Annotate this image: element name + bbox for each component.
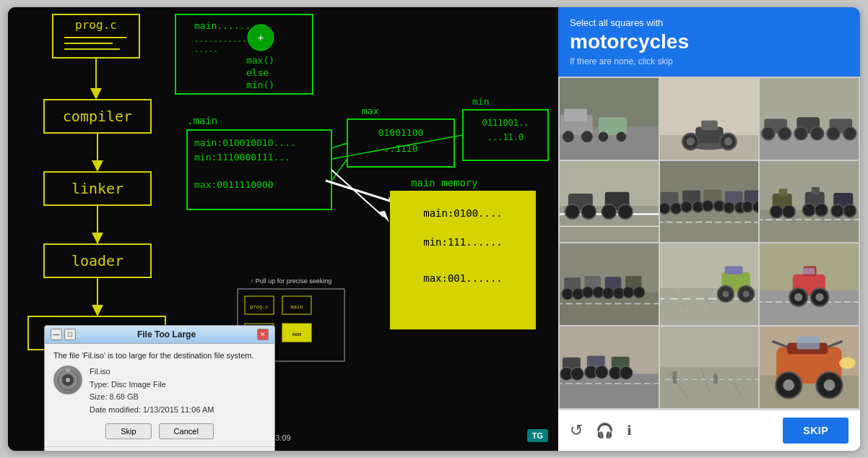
captcha-grid: [558, 77, 860, 410]
file-details: Fil.iso Type: Disc Image File Size: 8.68…: [90, 366, 214, 416]
captcha-header: Select all squares with motorcycles If t…: [558, 7, 860, 77]
skip-button[interactable]: SKIP: [783, 418, 849, 444]
svg-text:+: +: [258, 32, 264, 43]
svg-point-146: [562, 288, 573, 300]
svg-point-185: [570, 368, 583, 381]
svg-point-68: [66, 378, 70, 382]
file-icon: [53, 366, 82, 394]
outer-container: prog.c main....... ............. ..... +…: [8, 7, 860, 451]
svg-point-87: [724, 137, 732, 145]
fewer-details-button[interactable]: ▲ Fewer details: [45, 446, 274, 451]
svg-point-105: [565, 204, 579, 218]
fewer-details-icon: ▲: [53, 450, 61, 451]
timestamp: 3:09: [275, 433, 290, 442]
svg-point-109: [618, 204, 633, 218]
svg-point-207: [824, 380, 836, 392]
svg-point-114: [660, 202, 670, 214]
svg-point-108: [602, 204, 616, 218]
captcha-cell-6[interactable]: [760, 161, 859, 243]
svg-point-152: [602, 288, 614, 299]
dialog-message: The file 'Fil.iso' is too large for the …: [53, 351, 266, 360]
svg-point-133: [782, 205, 795, 218]
svg-text:min: min: [472, 96, 489, 107]
captcha-footer: ↺ 🎧 ℹ SKIP: [558, 410, 860, 451]
captcha-cell-4[interactable]: [560, 161, 659, 243]
captcha-cell-5[interactable]: [660, 161, 759, 243]
captcha-header-small: Select all squares with: [570, 17, 849, 28]
svg-point-155: [623, 287, 635, 298]
captcha-cell-10[interactable]: [560, 327, 659, 408]
file-name: Fil.iso: [90, 366, 214, 379]
svg-text:main memory: main memory: [411, 177, 478, 189]
file-date: Date modified: 1/13/2015 11:06 AM: [90, 404, 214, 417]
svg-rect-88: [701, 120, 718, 130]
svg-point-106: [581, 204, 596, 218]
captcha-cell-12[interactable]: [760, 327, 859, 408]
svg-point-136: [803, 203, 816, 216]
svg-text:0111001..: 0111001..: [482, 118, 529, 128]
svg-text:main.......: main.......: [194, 20, 256, 31]
svg-text:min(): min(): [246, 79, 274, 90]
captcha-header-sub: If there are none, click skip: [570, 56, 849, 66]
captcha-cell-3[interactable]: [760, 78, 859, 160]
captcha-cell-11[interactable]: [660, 327, 759, 408]
svg-point-115: [670, 202, 682, 214]
svg-point-117: [681, 201, 693, 212]
dialog-titlebar-buttons: — □: [51, 329, 76, 340]
svg-point-127: [752, 201, 759, 212]
file-type: Type: Disc Image File: [90, 379, 214, 392]
svg-point-93: [778, 126, 791, 139]
dialog-file-info: Fil.iso Type: Disc Image File Size: 8.68…: [53, 366, 266, 416]
info-icon[interactable]: ℹ: [627, 423, 632, 438]
dialog-title: File Too Large: [76, 329, 257, 340]
svg-text:min:111......: min:111......: [423, 236, 503, 248]
captcha-cell-9[interactable]: [760, 243, 859, 325]
svg-text:main: main: [291, 304, 303, 310]
svg-text:.main: .main: [187, 115, 217, 126]
close-button[interactable]: ✕: [257, 329, 269, 340]
svg-text:↑ Pull up for precise seeking: ↑ Pull up for precise seeking: [251, 277, 332, 285]
refresh-icon[interactable]: ↺: [570, 421, 583, 440]
svg-text:main:010010010....: main:010010010....: [194, 137, 296, 148]
svg-text:else: else: [246, 67, 269, 78]
dialog-skip-button[interactable]: Skip: [105, 423, 151, 439]
svg-point-77: [599, 131, 609, 142]
svg-point-96: [811, 126, 824, 139]
captcha-cell-1[interactable]: [560, 78, 659, 160]
right-panel: Select all squares with motorcycles If t…: [558, 7, 860, 451]
svg-rect-69: [66, 369, 70, 372]
svg-rect-199: [713, 374, 718, 384]
svg-point-74: [563, 131, 574, 142]
svg-rect-198: [672, 371, 677, 384]
svg-point-206: [784, 380, 795, 392]
svg-text:max:0011110000: max:0011110000: [194, 179, 274, 190]
svg-point-132: [771, 205, 784, 218]
svg-text:max:001......: max:001......: [423, 272, 503, 284]
svg-rect-178: [804, 268, 815, 275]
svg-point-210: [839, 358, 856, 369]
svg-rect-134: [779, 189, 787, 196]
captcha-cell-7[interactable]: [560, 243, 659, 325]
svg-point-123: [723, 202, 734, 213]
svg-point-149: [582, 287, 594, 298]
svg-point-156: [633, 287, 645, 298]
svg-text:linker: linker: [71, 180, 123, 197]
captcha-cell-2[interactable]: [660, 78, 759, 160]
diagram: prog.c main....... ............. ..... +…: [8, 7, 558, 451]
svg-rect-73: [564, 109, 587, 121]
svg-text:prog.c: prog.c: [75, 18, 117, 32]
left-panel: prog.c main....... ............. ..... +…: [8, 7, 558, 451]
minimize-button[interactable]: —: [51, 329, 62, 340]
svg-point-98: [827, 126, 840, 139]
dialog-cancel-button[interactable]: Cancel: [159, 423, 214, 439]
maximize-button[interactable]: □: [64, 329, 76, 340]
footer-icons: ↺ 🎧 ℹ: [570, 421, 632, 440]
svg-text:01001100: 01001100: [378, 127, 424, 138]
file-size: Size: 8.68 GB: [90, 391, 214, 404]
svg-text:.....: .....: [194, 45, 218, 54]
dialog-body: The file 'Fil.iso' is too large for the …: [45, 344, 274, 446]
svg-text:min:1110000111...: min:1110000111...: [194, 152, 290, 163]
audio-icon[interactable]: 🎧: [596, 422, 614, 439]
captcha-cell-8[interactable]: [660, 243, 759, 325]
dialog-titlebar: — □ File Too Large ✕: [45, 326, 274, 344]
